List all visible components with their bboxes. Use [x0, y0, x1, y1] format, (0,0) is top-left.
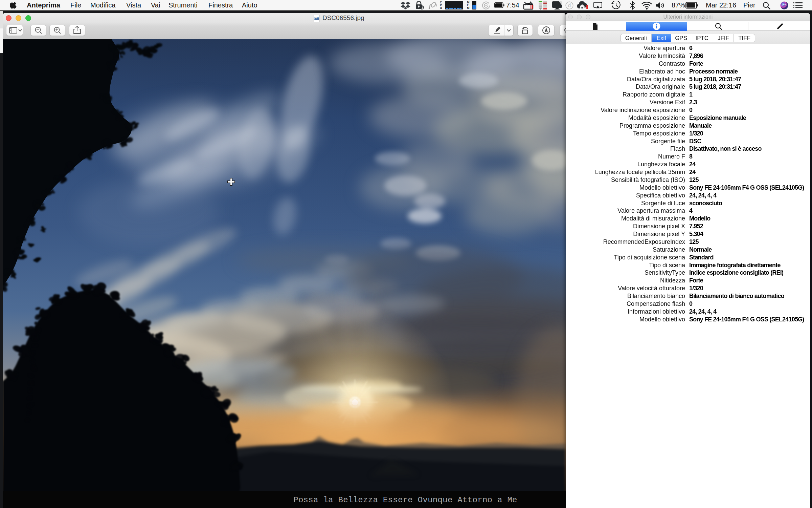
svg-text:Possa la Bellezza Essere Ovunq: Possa la Bellezza Essere Ovunque Attorno… [293, 495, 517, 505]
svg-text:d: d [568, 2, 571, 8]
